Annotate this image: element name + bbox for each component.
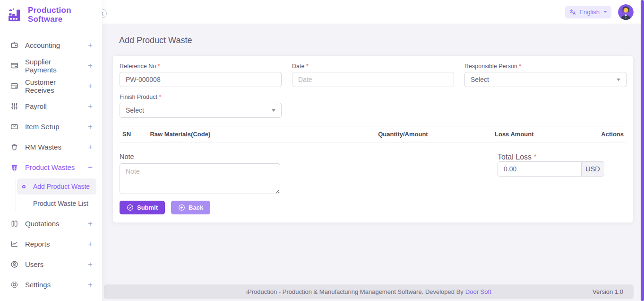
sidebar-item-quotations[interactable]: Quotations + xyxy=(0,213,102,234)
note-textarea[interactable] xyxy=(120,163,280,194)
expand-plus-icon[interactable]: + xyxy=(88,61,93,71)
user-icon xyxy=(9,260,19,269)
col-raw-materials: Raw Materials(Code) xyxy=(147,126,375,142)
card-arrow-up-icon xyxy=(9,61,19,71)
expand-plus-icon[interactable]: + xyxy=(88,239,93,249)
responsible-person-label: Responsible Person xyxy=(464,63,517,70)
expand-plus-icon[interactable]: + xyxy=(88,81,93,91)
expand-plus-icon[interactable]: + xyxy=(88,122,93,132)
app-title: Production Software xyxy=(28,6,71,24)
page-content: Add Product Waste Reference No * Date * … xyxy=(102,24,644,284)
required-asterisk: * xyxy=(534,153,537,161)
finish-product-field: Finish Product * Select xyxy=(120,94,282,118)
expand-plus-icon[interactable]: + xyxy=(88,260,93,269)
app-logo[interactable]: Production Software xyxy=(0,0,102,28)
sidebar-item-label: Settings xyxy=(25,281,51,289)
sidebar-item-label: Product Wastes xyxy=(25,163,75,171)
vertical-scrollbar[interactable] xyxy=(641,0,644,301)
note-label: Note xyxy=(120,153,280,160)
language-label: English xyxy=(579,9,600,16)
back-button[interactable]: Back xyxy=(171,201,210,214)
sidebar-subitem-product-waste-list[interactable]: Product Waste List xyxy=(17,195,96,212)
sidebar-item-label: Supplier Payments xyxy=(25,58,82,74)
sidebar-subitem-label: Product Waste List xyxy=(33,200,88,207)
box-icon xyxy=(9,122,19,132)
chart-icon xyxy=(9,239,19,249)
back-label: Back xyxy=(189,204,203,211)
col-loss-amount: Loss Amount xyxy=(492,126,598,142)
sidebar-subitem-label: Add Product Waste xyxy=(33,183,90,190)
top-header: English xyxy=(102,0,644,24)
sidebar-item-label: Users xyxy=(25,260,43,268)
raw-materials-table: SN Raw Materials(Code) Quantity/Amount L… xyxy=(120,126,627,142)
sidebar-item-customer-receives[interactable]: Customer Receives + xyxy=(0,76,102,96)
sidebar-item-label: RM Wastes xyxy=(25,143,61,151)
date-label: Date xyxy=(292,63,304,70)
caret-down-icon xyxy=(272,109,275,112)
sidebar: Production Software Accounting + Supplie xyxy=(0,0,102,301)
trash-filled-icon xyxy=(9,163,19,172)
sidebar-item-settings[interactable]: Settings + xyxy=(0,274,102,295)
expand-plus-icon[interactable]: + xyxy=(88,41,93,50)
product-wastes-submenu: Add Product Waste Product Waste List xyxy=(16,178,102,212)
sidebar-subitem-add-product-waste[interactable]: Add Product Waste xyxy=(17,178,96,195)
required-asterisk: * xyxy=(158,63,160,70)
sidebar-item-label: Customer Receives xyxy=(25,78,82,94)
responsible-person-select[interactable]: Select xyxy=(464,72,627,87)
translate-icon xyxy=(569,9,576,16)
submit-label: Submit xyxy=(137,204,158,211)
sidebar-item-item-setup[interactable]: Item Setup + xyxy=(0,116,102,137)
sidebar-item-users[interactable]: Users + xyxy=(0,254,102,274)
selected-value: Select xyxy=(126,106,144,114)
factory-logo-icon xyxy=(8,7,24,23)
currency-addon: USD xyxy=(582,161,604,177)
date-field: Date * xyxy=(292,63,454,87)
gear-icon xyxy=(9,280,19,290)
caret-down-icon xyxy=(617,79,620,81)
total-loss-label: Total Loss xyxy=(498,153,532,161)
door-soft-link[interactable]: Door Soft xyxy=(465,288,491,295)
user-avatar[interactable] xyxy=(618,4,634,20)
trash-icon xyxy=(9,142,19,152)
sidebar-nav: Accounting + Supplier Payments + Custome… xyxy=(0,35,102,295)
main-column: English Add Product Waste Reference No xyxy=(102,0,644,301)
col-sn: SN xyxy=(120,126,147,142)
caret-down-icon xyxy=(603,11,607,13)
sidebar-item-payroll[interactable]: Payroll + xyxy=(0,96,102,116)
expand-plus-icon[interactable]: + xyxy=(88,102,93,111)
reference-no-field: Reference No * xyxy=(120,63,282,87)
sidebar-item-label: Quotations xyxy=(25,220,60,228)
table-header-row: SN Raw Materials(Code) Quantity/Amount L… xyxy=(120,126,627,142)
reference-no-label: Reference No xyxy=(120,63,156,70)
sidebar-item-product-wastes[interactable]: Product Wastes − xyxy=(0,157,102,177)
date-input[interactable] xyxy=(292,72,454,87)
total-loss-field: Total Loss * USD xyxy=(498,153,604,177)
arrow-left-circle-icon xyxy=(178,204,185,211)
finish-product-label: Finish Product xyxy=(120,94,157,100)
sidebar-item-reports[interactable]: Reports + xyxy=(0,234,102,254)
add-product-waste-card: Reference No * Date * Responsible Person… xyxy=(112,55,634,223)
card-arrow-down-icon xyxy=(9,81,19,91)
sidebar-item-label: Payroll xyxy=(25,102,47,110)
active-bullet-icon xyxy=(22,185,29,188)
col-quantity-amount: Quantity/Amount xyxy=(375,126,492,142)
reference-no-input[interactable] xyxy=(120,72,282,87)
required-asterisk: * xyxy=(519,63,521,70)
required-asterisk: * xyxy=(306,63,309,70)
footer-text: iProduction - Production & Manufacturing… xyxy=(246,288,491,295)
collapse-minus-icon[interactable]: − xyxy=(88,163,93,172)
quotation-icon xyxy=(9,219,19,229)
finish-product-select[interactable]: Select xyxy=(120,103,282,118)
expand-plus-icon[interactable]: + xyxy=(88,142,93,152)
sidebar-item-label: Item Setup xyxy=(25,123,60,131)
submit-button[interactable]: Submit xyxy=(120,201,165,214)
expand-plus-icon[interactable]: + xyxy=(88,280,93,290)
sidebar-item-accounting[interactable]: Accounting + xyxy=(0,35,102,55)
total-loss-input[interactable] xyxy=(498,161,582,177)
sidebar-item-rm-wastes[interactable]: RM Wastes + xyxy=(0,137,102,157)
expand-plus-icon[interactable]: + xyxy=(88,219,93,229)
wallet-icon xyxy=(9,41,19,50)
language-selector[interactable]: English xyxy=(565,6,611,18)
sidebar-item-supplier-payments[interactable]: Supplier Payments + xyxy=(0,55,102,76)
responsible-person-field: Responsible Person * Select xyxy=(464,63,627,87)
